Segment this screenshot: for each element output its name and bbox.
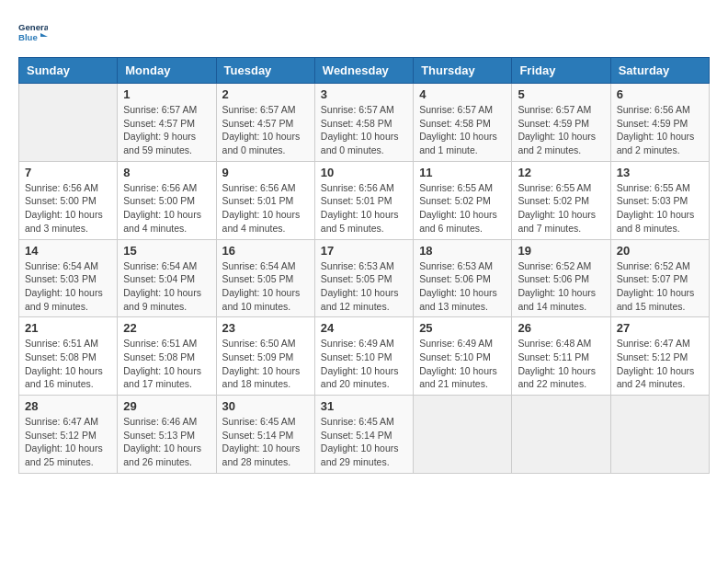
calendar-cell: 26Sunrise: 6:48 AM Sunset: 5:11 PM Dayli… bbox=[512, 317, 610, 396]
calendar-cell: 15Sunrise: 6:54 AM Sunset: 5:04 PM Dayli… bbox=[118, 239, 216, 317]
calendar-cell: 2Sunrise: 6:57 AM Sunset: 4:57 PM Daylig… bbox=[216, 84, 314, 162]
calendar-cell: 4Sunrise: 6:57 AM Sunset: 4:58 PM Daylig… bbox=[414, 84, 512, 162]
day-number: 17 bbox=[321, 244, 407, 258]
day-number: 2 bbox=[222, 87, 309, 101]
weekday-header: Thursday bbox=[414, 58, 512, 84]
day-info: Sunrise: 6:51 AM Sunset: 5:08 PM Dayligh… bbox=[25, 337, 111, 391]
calendar-cell bbox=[610, 396, 709, 474]
calendar-week-row: 1Sunrise: 6:57 AM Sunset: 4:57 PM Daylig… bbox=[19, 84, 710, 162]
day-info: Sunrise: 6:56 AM Sunset: 5:01 PM Dayligh… bbox=[222, 181, 309, 236]
calendar-cell: 14Sunrise: 6:54 AM Sunset: 5:03 PM Dayli… bbox=[19, 239, 118, 317]
day-info: Sunrise: 6:55 AM Sunset: 5:03 PM Dayligh… bbox=[617, 181, 703, 236]
calendar-cell: 28Sunrise: 6:47 AM Sunset: 5:12 PM Dayli… bbox=[19, 396, 118, 474]
day-info: Sunrise: 6:54 AM Sunset: 5:04 PM Dayligh… bbox=[123, 259, 210, 314]
day-info: Sunrise: 6:57 AM Sunset: 4:59 PM Dayligh… bbox=[518, 103, 604, 157]
calendar-cell: 31Sunrise: 6:45 AM Sunset: 5:14 PM Dayli… bbox=[314, 396, 413, 474]
day-number: 13 bbox=[617, 166, 703, 179]
day-number: 11 bbox=[419, 166, 506, 179]
day-number: 3 bbox=[321, 87, 407, 101]
day-number: 5 bbox=[518, 87, 604, 101]
logo: GeneralBlue bbox=[18, 18, 48, 48]
day-info: Sunrise: 6:54 AM Sunset: 5:05 PM Dayligh… bbox=[222, 259, 309, 314]
calendar-cell: 13Sunrise: 6:55 AM Sunset: 5:03 PM Dayli… bbox=[610, 161, 709, 239]
day-number: 12 bbox=[518, 166, 604, 179]
day-number: 19 bbox=[518, 244, 604, 258]
day-number: 7 bbox=[25, 166, 111, 179]
calendar-cell: 24Sunrise: 6:49 AM Sunset: 5:10 PM Dayli… bbox=[314, 317, 413, 396]
day-info: Sunrise: 6:53 AM Sunset: 5:06 PM Dayligh… bbox=[419, 259, 506, 314]
day-info: Sunrise: 6:57 AM Sunset: 4:57 PM Dayligh… bbox=[123, 103, 210, 157]
calendar-cell: 9Sunrise: 6:56 AM Sunset: 5:01 PM Daylig… bbox=[216, 161, 314, 239]
calendar-cell: 29Sunrise: 6:46 AM Sunset: 5:13 PM Dayli… bbox=[118, 396, 216, 474]
weekday-header: Sunday bbox=[19, 58, 118, 84]
day-info: Sunrise: 6:49 AM Sunset: 5:10 PM Dayligh… bbox=[321, 337, 407, 391]
calendar-cell bbox=[19, 84, 118, 162]
weekday-header: Wednesday bbox=[314, 58, 413, 84]
day-info: Sunrise: 6:57 AM Sunset: 4:58 PM Dayligh… bbox=[419, 103, 506, 157]
calendar-cell: 23Sunrise: 6:50 AM Sunset: 5:09 PM Dayli… bbox=[216, 317, 314, 396]
day-number: 18 bbox=[419, 244, 506, 258]
calendar-cell: 27Sunrise: 6:47 AM Sunset: 5:12 PM Dayli… bbox=[610, 317, 709, 396]
day-number: 16 bbox=[222, 244, 309, 258]
calendar-cell: 16Sunrise: 6:54 AM Sunset: 5:05 PM Dayli… bbox=[216, 239, 314, 317]
day-number: 26 bbox=[518, 321, 604, 335]
svg-text:General: General bbox=[18, 22, 48, 32]
day-number: 9 bbox=[222, 166, 309, 179]
day-info: Sunrise: 6:45 AM Sunset: 5:14 PM Dayligh… bbox=[321, 415, 407, 469]
weekday-header: Friday bbox=[512, 58, 610, 84]
day-info: Sunrise: 6:55 AM Sunset: 5:02 PM Dayligh… bbox=[518, 181, 604, 236]
day-number: 20 bbox=[617, 244, 703, 258]
calendar-cell: 10Sunrise: 6:56 AM Sunset: 5:01 PM Dayli… bbox=[314, 161, 413, 239]
day-number: 21 bbox=[25, 321, 111, 335]
weekday-header: Monday bbox=[118, 58, 216, 84]
calendar-cell: 5Sunrise: 6:57 AM Sunset: 4:59 PM Daylig… bbox=[512, 84, 610, 162]
day-info: Sunrise: 6:57 AM Sunset: 4:58 PM Dayligh… bbox=[321, 103, 407, 157]
day-info: Sunrise: 6:56 AM Sunset: 5:01 PM Dayligh… bbox=[321, 181, 407, 236]
day-number: 22 bbox=[123, 321, 210, 335]
day-info: Sunrise: 6:52 AM Sunset: 5:06 PM Dayligh… bbox=[518, 259, 604, 314]
day-number: 6 bbox=[617, 87, 703, 101]
calendar-cell: 25Sunrise: 6:49 AM Sunset: 5:10 PM Dayli… bbox=[414, 317, 512, 396]
day-number: 28 bbox=[25, 399, 111, 413]
calendar-cell: 11Sunrise: 6:55 AM Sunset: 5:02 PM Dayli… bbox=[414, 161, 512, 239]
calendar-week-row: 7Sunrise: 6:56 AM Sunset: 5:00 PM Daylig… bbox=[19, 161, 710, 239]
day-info: Sunrise: 6:56 AM Sunset: 4:59 PM Dayligh… bbox=[617, 103, 703, 157]
day-info: Sunrise: 6:52 AM Sunset: 5:07 PM Dayligh… bbox=[617, 259, 703, 314]
day-info: Sunrise: 6:56 AM Sunset: 5:00 PM Dayligh… bbox=[123, 181, 210, 236]
calendar-cell: 1Sunrise: 6:57 AM Sunset: 4:57 PM Daylig… bbox=[118, 84, 216, 162]
day-info: Sunrise: 6:49 AM Sunset: 5:10 PM Dayligh… bbox=[419, 337, 506, 391]
day-number: 14 bbox=[25, 244, 111, 258]
day-info: Sunrise: 6:55 AM Sunset: 5:02 PM Dayligh… bbox=[419, 181, 506, 236]
page-header: GeneralBlue bbox=[18, 18, 710, 48]
calendar-week-row: 14Sunrise: 6:54 AM Sunset: 5:03 PM Dayli… bbox=[19, 239, 710, 317]
weekday-header: Tuesday bbox=[216, 58, 314, 84]
day-number: 30 bbox=[222, 399, 309, 413]
calendar-week-row: 28Sunrise: 6:47 AM Sunset: 5:12 PM Dayli… bbox=[19, 396, 710, 474]
day-info: Sunrise: 6:47 AM Sunset: 5:12 PM Dayligh… bbox=[25, 415, 111, 469]
day-info: Sunrise: 6:50 AM Sunset: 5:09 PM Dayligh… bbox=[222, 337, 309, 391]
calendar-cell: 7Sunrise: 6:56 AM Sunset: 5:00 PM Daylig… bbox=[19, 161, 118, 239]
day-number: 25 bbox=[419, 321, 506, 335]
svg-text:Blue: Blue bbox=[18, 32, 38, 42]
day-info: Sunrise: 6:54 AM Sunset: 5:03 PM Dayligh… bbox=[25, 259, 111, 314]
day-number: 27 bbox=[617, 321, 703, 335]
day-number: 15 bbox=[123, 244, 210, 258]
calendar-cell: 20Sunrise: 6:52 AM Sunset: 5:07 PM Dayli… bbox=[610, 239, 709, 317]
day-info: Sunrise: 6:53 AM Sunset: 5:05 PM Dayligh… bbox=[321, 259, 407, 314]
day-info: Sunrise: 6:47 AM Sunset: 5:12 PM Dayligh… bbox=[617, 337, 703, 391]
calendar-cell: 12Sunrise: 6:55 AM Sunset: 5:02 PM Dayli… bbox=[512, 161, 610, 239]
calendar-cell: 18Sunrise: 6:53 AM Sunset: 5:06 PM Dayli… bbox=[414, 239, 512, 317]
day-number: 8 bbox=[123, 166, 210, 179]
header-row: SundayMondayTuesdayWednesdayThursdayFrid… bbox=[19, 58, 710, 84]
calendar-cell: 21Sunrise: 6:51 AM Sunset: 5:08 PM Dayli… bbox=[19, 317, 118, 396]
calendar-cell: 22Sunrise: 6:51 AM Sunset: 5:08 PM Dayli… bbox=[118, 317, 216, 396]
calendar-cell: 17Sunrise: 6:53 AM Sunset: 5:05 PM Dayli… bbox=[314, 239, 413, 317]
svg-marker-2 bbox=[40, 33, 48, 37]
weekday-header: Saturday bbox=[610, 58, 709, 84]
day-number: 1 bbox=[123, 87, 210, 101]
day-number: 29 bbox=[123, 399, 210, 413]
day-number: 24 bbox=[321, 321, 407, 335]
day-info: Sunrise: 6:56 AM Sunset: 5:00 PM Dayligh… bbox=[25, 181, 111, 236]
calendar-cell: 30Sunrise: 6:45 AM Sunset: 5:14 PM Dayli… bbox=[216, 396, 314, 474]
calendar-cell: 19Sunrise: 6:52 AM Sunset: 5:06 PM Dayli… bbox=[512, 239, 610, 317]
